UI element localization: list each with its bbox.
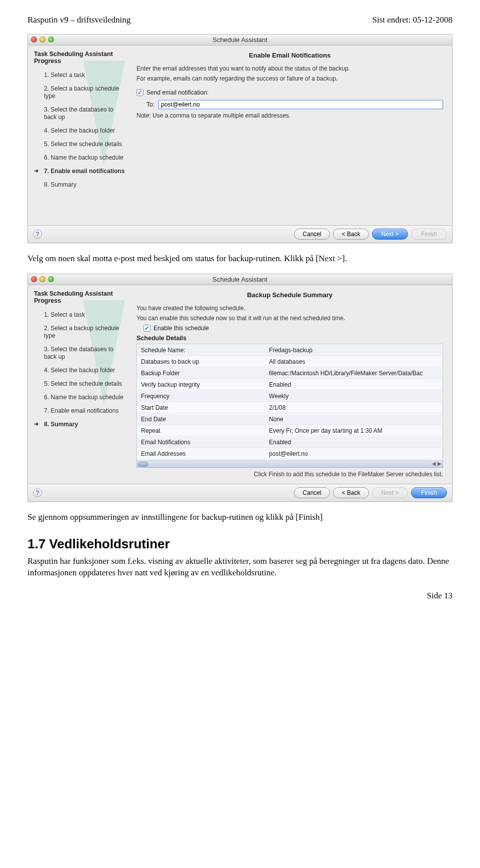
step-item: 2. Select a backup schedule type (34, 82, 126, 103)
detail-key: Email Notifications (138, 437, 265, 448)
hscrollbar[interactable]: ◀ ▶ (136, 461, 443, 468)
detail-value: All databases (266, 357, 442, 367)
step-item: 4. Select the backup folder (34, 124, 126, 138)
table-row: Start Date2/1/08 (138, 403, 442, 413)
detail-key: Email Addresses (138, 449, 265, 459)
detail-key: Verify backup integrity (138, 380, 265, 390)
doc-modified: Sist endret: 05-12-2008 (372, 15, 452, 25)
help-icon[interactable]: ? (33, 230, 42, 239)
minimize-icon[interactable] (40, 37, 46, 43)
table-row: Databases to back upAll databases (138, 357, 442, 367)
pane-title: Backup Schedule Summary (136, 291, 443, 299)
detail-value: 2/1/08 (266, 403, 442, 413)
win1-footer: ? Cancel < Back Next > Finish (28, 226, 452, 243)
detail-value: None (266, 414, 442, 425)
cancel-button[interactable]: Cancel (294, 487, 330, 498)
win1-schedule-assistant: Schedule Assistant Task Scheduling Assis… (28, 34, 452, 243)
step-item: 7. Enable email notifications (34, 404, 126, 418)
help-icon[interactable]: ? (33, 488, 42, 497)
next-button[interactable]: Next > (372, 229, 408, 240)
step-item: 5. Select the schedule details (34, 138, 126, 151)
cancel-button[interactable]: Cancel (294, 229, 330, 240)
page-number: Side 13 (28, 591, 452, 601)
step-item: 5. Select the schedule details (34, 377, 126, 391)
to-input[interactable] (158, 100, 443, 109)
win2-schedule-assistant: Schedule Assistant Task Scheduling Assis… (28, 274, 452, 502)
zoom-icon[interactable] (48, 276, 54, 282)
back-button[interactable]: < Back (333, 487, 369, 498)
detail-value: Every Fr, Once per day starting at 1:30 … (266, 426, 442, 436)
detail-key: Frequency (138, 391, 265, 402)
step-item: 6. Name the backup schedule (34, 151, 126, 165)
click-finish-note: Click Finish to add this schedule to the… (136, 471, 443, 478)
detail-key: Repeat (138, 426, 265, 436)
table-row: Backup Folderfilemac:/Macintosh HD/Libra… (138, 368, 442, 379)
table-row: Email Addressespost@eilert.no (138, 449, 442, 459)
detail-key: End Date (138, 414, 265, 425)
finish-button: Finish (411, 229, 447, 240)
step-item: 1. Select a task (34, 308, 126, 322)
table-row: RepeatEvery Fr, Once per day starting at… (138, 426, 442, 436)
zoom-icon[interactable] (48, 37, 54, 43)
detail-value: Enabled (266, 380, 442, 390)
to-note: Note: Use a comma to separate multiple e… (136, 112, 443, 119)
win1-titlebar[interactable]: Schedule Assistant (28, 35, 452, 46)
send-email-checkbox[interactable]: ✓ (136, 89, 144, 96)
sidebar-heading: Task Scheduling Assistant Progress (34, 290, 126, 304)
win2-titlebar[interactable]: Schedule Assistant (28, 274, 452, 285)
win2-footer: ? Cancel < Back Next > Finish (28, 484, 452, 501)
pane-title: Enable Email Notifications (136, 52, 443, 59)
scroll-arrows-icon[interactable]: ◀ ▶ (432, 461, 442, 466)
win1-title: Schedule Assistant (28, 36, 452, 44)
finish-button[interactable]: Finish (411, 487, 447, 498)
intro-line-1: Enter the email addresses that you want … (136, 65, 443, 72)
step-item: 6. Name the backup schedule (34, 391, 126, 404)
step-item: 3. Select the databases to back up (34, 103, 126, 124)
detail-value: Fredags-backup (266, 345, 442, 356)
close-icon[interactable] (31, 37, 37, 43)
table-row: FrequencyWeekly (138, 391, 442, 402)
enable-schedule-checkbox[interactable]: ✓ (144, 325, 150, 332)
win2-sidebar: Task Scheduling Assistant Progress 1. Se… (28, 285, 130, 484)
step-item: 8. Summary (34, 418, 126, 431)
doc-title: Rasputin v9 – driftsveiledning (28, 15, 130, 25)
mid-paragraph: Velg om noen skal motta e-post med beskj… (28, 253, 452, 265)
after-win2-paragraph: Se gjennom oppsummeringen av innstilling… (28, 512, 452, 523)
step-item: 3. Select the databases to back up (34, 343, 126, 364)
detail-value: Weekly (266, 391, 442, 402)
intro-line-2: You can enable this schedule now so that… (136, 315, 443, 322)
back-button[interactable]: < Back (333, 229, 369, 240)
step-item: 8. Summary (34, 178, 126, 192)
step-item: 7. Enable email notifications (34, 165, 126, 178)
table-row: Email NotificationsEnabled (138, 437, 442, 448)
sidebar-heading: Task Scheduling Assistant Progress (34, 51, 126, 65)
detail-value: Enabled (266, 437, 442, 448)
step-item: 2. Select a backup schedule type (34, 322, 126, 343)
detail-key: Databases to back up (138, 357, 265, 367)
send-email-label: Send email notification: (146, 89, 208, 96)
to-label: To: (146, 101, 154, 108)
detail-value: filemac:/Macintosh HD/Library/FileMaker … (266, 368, 442, 379)
close-icon[interactable] (31, 276, 37, 282)
intro-line-1: You have created the following schedule. (136, 305, 443, 312)
next-button: Next > (372, 487, 408, 498)
table-row: Verify backup integrityEnabled (138, 380, 442, 390)
intro-line-2: For example, emails can notify regarding… (136, 75, 443, 82)
detail-value: post@eilert.no (266, 449, 442, 459)
win1-mainpane: Enable Email Notifications Enter the ema… (130, 46, 452, 225)
section-heading: 1.7 Vedlikeholdsrutiner (28, 536, 452, 552)
table-row: Schedule Name:Fredags-backup (138, 345, 442, 356)
minimize-icon[interactable] (40, 276, 46, 282)
schedule-details-heading: Schedule Details (136, 335, 443, 342)
win2-title: Schedule Assistant (28, 276, 452, 283)
detail-key: Start Date (138, 403, 265, 413)
detail-key: Schedule Name: (138, 345, 265, 356)
win2-mainpane: Backup Schedule Summary You have created… (130, 285, 452, 484)
enable-schedule-label: Enable this schedule (154, 325, 209, 332)
step-item: 1. Select a task (34, 69, 126, 82)
schedule-details-table: Schedule Name:Fredags-backupDatabases to… (136, 344, 443, 461)
step-item: 4. Select the backup folder (34, 364, 126, 377)
table-row: End DateNone (138, 414, 442, 425)
section-body: Rasputin har funksjoner som f.eks. visni… (28, 556, 452, 579)
win1-sidebar: Task Scheduling Assistant Progress 1. Se… (28, 46, 130, 225)
